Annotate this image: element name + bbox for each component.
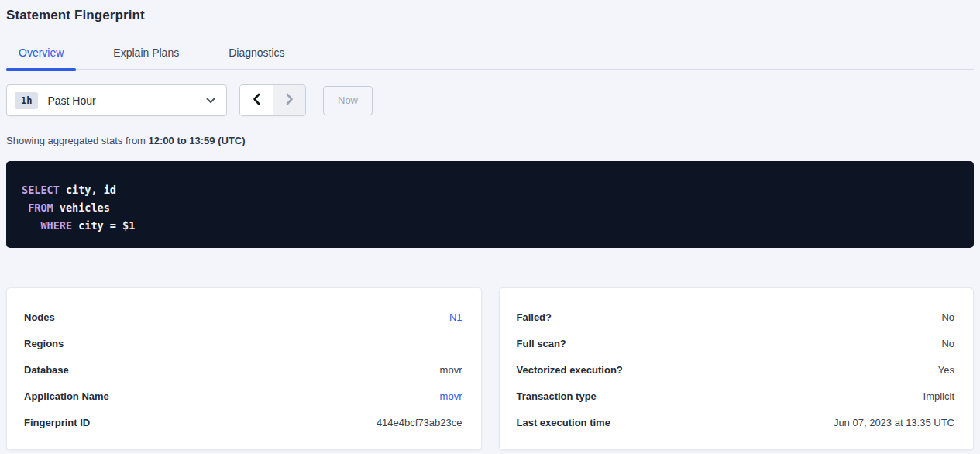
row-transaction-type: Transaction type Implicit (517, 383, 955, 409)
aggregated-stats-prefix: Showing aggregated stats from (6, 135, 149, 146)
row-label: Full scan? (517, 338, 566, 349)
row-label: Vectorized execution? (517, 364, 623, 376)
execution-attributes-card: Failed? No Full scan? No Vectorized exec… (499, 287, 975, 450)
next-interval-button[interactable] (273, 85, 305, 115)
row-failed: Failed? No (517, 304, 955, 330)
row-vectorized-execution: Vectorized execution? Yes (517, 356, 955, 383)
row-label: Failed? (517, 311, 552, 323)
now-button[interactable]: Now (323, 86, 373, 115)
row-label: Nodes (24, 311, 55, 323)
row-database: Database movr (24, 356, 462, 383)
time-shift-button-group (239, 84, 306, 116)
statement-fingerprint-page: Statement Fingerprint Overview Explain P… (0, 0, 980, 450)
row-label: Fingerprint ID (24, 417, 90, 428)
row-value: movr (440, 364, 462, 376)
row-value: No (941, 338, 954, 349)
statement-sql-box: SELECT city, id FROM vehicles WHERE city… (6, 161, 974, 248)
sql-line: WHERE city = $1 (22, 217, 958, 235)
row-label: Database (24, 364, 69, 376)
row-nodes: Nodes N1 (24, 304, 462, 330)
row-fingerprint-id: Fingerprint ID 414e4bcf73ab23ce (24, 409, 462, 435)
previous-interval-button[interactable] (240, 85, 273, 115)
statement-details-card: Nodes N1 Regions Database movr Applicati… (6, 287, 482, 450)
row-value: Implicit (923, 390, 954, 402)
application-name-link[interactable]: movr (440, 390, 462, 402)
tab-overview[interactable]: Overview (6, 42, 76, 69)
sql-text: city, id (60, 184, 116, 196)
nodes-link[interactable]: N1 (449, 311, 462, 323)
aggregated-stats-range: 12:00 to 13:59 (UTC) (149, 135, 246, 146)
sql-line: FROM vehicles (22, 199, 958, 217)
sql-text: city = $1 (72, 219, 135, 232)
time-controls: 1h Past Hour Now (6, 84, 974, 116)
time-interval-badge: 1h (15, 92, 38, 109)
sql-line: SELECT city, id (22, 181, 958, 199)
page-title: Statement Fingerprint (6, 0, 974, 23)
chevron-left-icon (253, 93, 260, 108)
chevron-right-icon (286, 93, 294, 108)
row-value: No (941, 311, 954, 323)
time-interval-dropdown[interactable]: 1h Past Hour (6, 84, 227, 116)
summary-cards: Nodes N1 Regions Database movr Applicati… (6, 287, 974, 450)
row-value: Yes (938, 364, 954, 376)
row-last-execution-time: Last execution time Jun 07, 2023 at 13:3… (517, 409, 955, 435)
row-application-name: Application Name movr (24, 383, 462, 409)
row-label: Application Name (24, 390, 109, 402)
aggregated-stats-caption: Showing aggregated stats from 12:00 to 1… (6, 135, 974, 146)
row-label: Last execution time (517, 417, 610, 428)
sql-text: vehicles (53, 201, 110, 214)
tab-diagnostics-label: Diagnostics (229, 46, 284, 59)
sql-keyword: SELECT (22, 184, 60, 196)
time-interval-label: Past Hour (47, 95, 206, 107)
tab-explain-plans[interactable]: Explain Plans (101, 42, 191, 69)
row-label: Transaction type (517, 390, 597, 402)
row-label: Regions (24, 338, 64, 349)
row-value: 414e4bcf73ab23ce (377, 417, 462, 428)
tab-diagnostics[interactable]: Diagnostics (216, 42, 297, 69)
row-full-scan: Full scan? No (517, 330, 955, 356)
tab-bar: Overview Explain Plans Diagnostics (6, 42, 974, 70)
row-value: Jun 07, 2023 at 13:35 UTC (834, 417, 954, 428)
row-regions: Regions (24, 330, 462, 356)
tab-explain-plans-label: Explain Plans (113, 46, 179, 59)
sql-keyword: FROM (28, 201, 53, 214)
sql-keyword: WHERE (40, 219, 72, 232)
tab-overview-label: Overview (19, 46, 64, 59)
chevron-down-icon (206, 98, 215, 104)
